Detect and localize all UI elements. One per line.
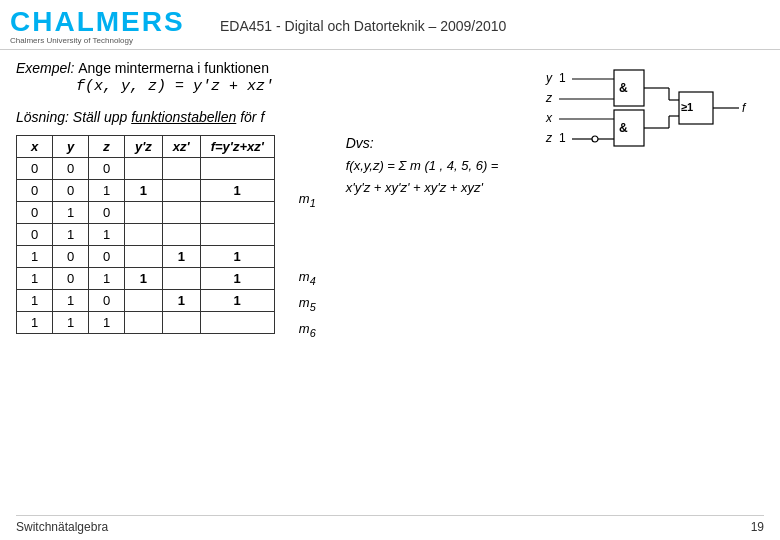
table-cell xyxy=(162,180,200,202)
table-cell xyxy=(125,224,163,246)
minterm-label: m1 xyxy=(295,187,316,213)
table-cell xyxy=(162,224,200,246)
table-cell: 0 xyxy=(53,246,89,268)
circuit-input-y: y xyxy=(545,71,553,85)
table-cell: 1 xyxy=(89,224,125,246)
table-cell: 0 xyxy=(53,268,89,290)
table-cell: 1 xyxy=(17,290,53,312)
table-row: 00111 xyxy=(17,180,275,202)
circuit-input-z2: z xyxy=(545,131,553,145)
dvs-formula: f(x,y,z) = Σ m (1 , 4, 5, 6) = x'y'z + x… xyxy=(346,155,499,199)
minterm-label xyxy=(295,239,316,265)
dvs-title: Dvs: xyxy=(346,135,499,151)
circuit-diagram: y 1 z & x z 1 xyxy=(544,60,764,170)
table-cell: 1 xyxy=(162,246,200,268)
col-header-x: x xyxy=(17,136,53,158)
table-cell: 0 xyxy=(89,158,125,180)
table-cell: 1 xyxy=(17,268,53,290)
footer-left: Switchnätalgebra xyxy=(16,520,108,534)
table-cell xyxy=(162,268,200,290)
table-cell: 0 xyxy=(17,224,53,246)
table-cell xyxy=(200,158,274,180)
minterm-label: m5 xyxy=(295,291,316,317)
table-cell: 1 xyxy=(162,290,200,312)
example-prefix: Exempel: xyxy=(16,60,74,76)
table-cell: 1 xyxy=(125,180,163,202)
circuit-input-x: x xyxy=(545,111,553,125)
table-cell: 1 xyxy=(17,312,53,334)
example-function: f(x, y, z) = y'z + xz' xyxy=(76,78,274,95)
svg-point-5 xyxy=(592,136,598,142)
minterm-label xyxy=(295,213,316,239)
solution-label: Lösning: Ställ upp funktionstabellen för… xyxy=(16,109,264,125)
table-cell: 0 xyxy=(17,180,53,202)
circuit-value-y: 1 xyxy=(559,71,566,85)
example-label: Exempel: Ange mintermerna i funktionen xyxy=(16,60,274,76)
table-row: 000 xyxy=(17,158,275,180)
dvs-line2: x'y'z + xy'z' + xy'z + xyz' xyxy=(346,180,483,195)
logo-area: CHALMERS Chalmers University of Technolo… xyxy=(10,6,210,45)
table-cell: 0 xyxy=(53,180,89,202)
table-cell: 1 xyxy=(89,180,125,202)
table-cell xyxy=(162,312,200,334)
table-row: 111 xyxy=(17,312,275,334)
circuit-or-gate-label: ≥1 xyxy=(681,101,693,113)
table-row: 011 xyxy=(17,224,275,246)
table-cell: 1 xyxy=(53,290,89,312)
table-cell xyxy=(125,290,163,312)
table-cell: 1 xyxy=(53,202,89,224)
solution-prefix: Lösning: xyxy=(16,109,69,125)
table-cell: 0 xyxy=(17,158,53,180)
table-cell: 1 xyxy=(89,312,125,334)
table-cell: 1 xyxy=(125,268,163,290)
col-header-xz: xz' xyxy=(162,136,200,158)
circuit-input-z1: z xyxy=(545,91,553,105)
table-cell: 1 xyxy=(53,224,89,246)
table-cell: 0 xyxy=(89,202,125,224)
table-row: 10111 xyxy=(17,268,275,290)
table-section: x y z y'z xz' f=y'z+xz' 0000011101001110… xyxy=(16,135,764,369)
table-cell: 1 xyxy=(89,268,125,290)
circuit-gate2-label: & xyxy=(619,121,628,135)
table-cell: 0 xyxy=(53,158,89,180)
minterm-label: m4 xyxy=(295,265,316,291)
solution-underline: funktionstabellen xyxy=(131,109,236,125)
solution-description: Ställ upp xyxy=(73,109,131,125)
col-header-z: z xyxy=(89,136,125,158)
table-cell xyxy=(162,158,200,180)
table-cell: 1 xyxy=(53,312,89,334)
table-cell xyxy=(125,246,163,268)
footer-right: 19 xyxy=(751,520,764,534)
circuit-output-f: f xyxy=(742,101,747,115)
col-header-f: f=y'z+xz' xyxy=(200,136,274,158)
table-cell xyxy=(162,202,200,224)
table-cell xyxy=(125,158,163,180)
table-cell: 1 xyxy=(17,246,53,268)
logo-text: CHALMERS xyxy=(10,6,210,38)
table-cell: 1 xyxy=(200,290,274,312)
footer: Switchnätalgebra 19 xyxy=(16,515,764,534)
minterm-label: m6 xyxy=(295,317,316,343)
circuit-svg: y 1 z & x z 1 xyxy=(544,60,764,170)
table-cell: 1 xyxy=(200,268,274,290)
m-labels-column: m1m4m5m6 xyxy=(295,161,316,369)
table-cell xyxy=(200,312,274,334)
table-cell xyxy=(125,202,163,224)
table-cell xyxy=(125,312,163,334)
dvs-line1: f(x,y,z) = Σ m (1 , 4, 5, 6) = xyxy=(346,158,499,173)
table-cell: 1 xyxy=(200,246,274,268)
table-cell: 1 xyxy=(200,180,274,202)
example-description: Ange mintermerna i funktionen xyxy=(78,60,269,76)
course-title: EDA451 - Digital och Datorteknik – 2009/… xyxy=(220,18,506,34)
table-cell: 0 xyxy=(17,202,53,224)
solution-suffix: för f xyxy=(240,109,264,125)
table-cell xyxy=(200,202,274,224)
header: CHALMERS Chalmers University of Technolo… xyxy=(0,0,780,50)
col-header-yz: y'z xyxy=(125,136,163,158)
dvs-block: Dvs: f(x,y,z) = Σ m (1 , 4, 5, 6) = x'y'… xyxy=(346,135,499,199)
truth-table: x y z y'z xz' f=y'z+xz' 0000011101001110… xyxy=(16,135,275,334)
table-row: 010 xyxy=(17,202,275,224)
circuit-value-z: 1 xyxy=(559,131,566,145)
dvs-title-text: Dvs: xyxy=(346,135,374,151)
circuit-gate1-label: & xyxy=(619,81,628,95)
